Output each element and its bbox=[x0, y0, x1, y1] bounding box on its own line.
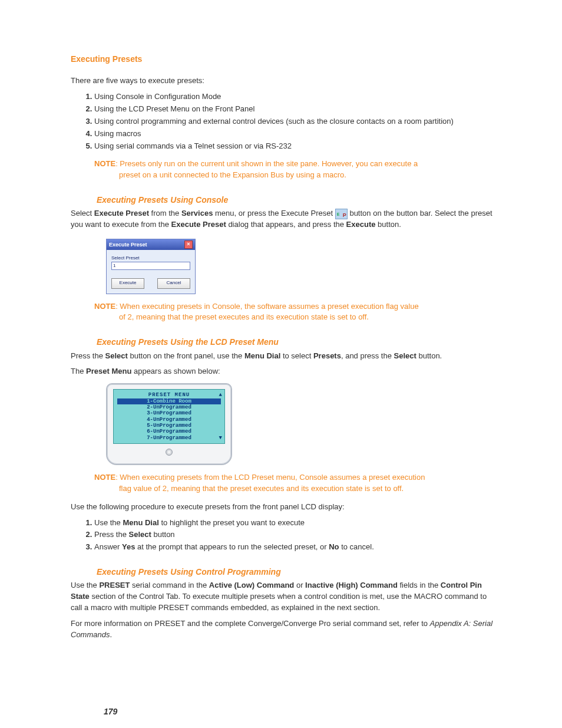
text: appears as shown below: bbox=[131, 367, 220, 375]
text: For more information on PRESET and the c… bbox=[71, 619, 430, 628]
execute-preset-icon: P bbox=[335, 209, 348, 219]
list-item: Using macros bbox=[94, 129, 495, 140]
note-text: : When executing presets in Console, the… bbox=[115, 302, 419, 311]
paragraph: Select Execute Preset from the Services … bbox=[71, 208, 495, 230]
text-bold: Select bbox=[394, 351, 416, 360]
text-bold: Menu Dial bbox=[244, 351, 280, 360]
text: Use the bbox=[94, 518, 123, 527]
lcd-screen: ▲ ▼ PRESET MENU 1-Combine Room 2-UnProgr… bbox=[113, 389, 225, 444]
text-bold: Execute Preset bbox=[171, 220, 226, 229]
note-block: NOTE: When executing presets from the LC… bbox=[94, 472, 495, 495]
note-label: NOTE bbox=[94, 302, 115, 311]
text: serial command in the bbox=[130, 581, 209, 589]
text-bold: Select bbox=[129, 530, 151, 539]
text: . bbox=[110, 630, 112, 639]
text: menu, or press the Execute Preset bbox=[213, 209, 335, 218]
paragraph: For more information on PRESET and the c… bbox=[71, 618, 495, 641]
text: Select bbox=[71, 209, 94, 218]
text: button. bbox=[375, 220, 401, 229]
text: Use the bbox=[71, 581, 99, 589]
text: Press the bbox=[94, 530, 129, 539]
text-bold: Services bbox=[181, 209, 213, 218]
text-bold: Presets bbox=[313, 351, 341, 360]
note-label: NOTE bbox=[94, 473, 115, 482]
subsection-heading: Executing Presets Using the LCD Preset M… bbox=[97, 336, 495, 348]
list-item: Using the LCD Preset Menu on the Front P… bbox=[94, 104, 495, 115]
list-item: Using control programming and external c… bbox=[94, 116, 495, 127]
text-bold: Preset Menu bbox=[86, 367, 131, 375]
execute-preset-dialog: Execute Preset × Select Preset 1 Execute… bbox=[106, 239, 196, 294]
intro-text: There are five ways to execute presets: bbox=[71, 75, 495, 87]
text: Answer bbox=[94, 542, 122, 551]
lcd-device: ▲ ▼ PRESET MENU 1-Combine Room 2-UnProgr… bbox=[106, 383, 232, 465]
preset-select[interactable]: 1 bbox=[111, 262, 190, 270]
note-text: flag value of 2, meaning that the preset… bbox=[94, 483, 477, 495]
note-label: NOTE bbox=[94, 159, 115, 168]
text: button on the front panel, use the bbox=[128, 351, 244, 360]
text: section of the Control Tab. To execute m… bbox=[71, 592, 487, 612]
list-item: Answer Yes at the prompt that appears to… bbox=[94, 542, 495, 553]
page-number: 179 bbox=[104, 706, 495, 717]
list-item: Using serial commands via a Telnet sessi… bbox=[94, 141, 495, 152]
text: at the prompt that appears to run the se… bbox=[135, 542, 329, 551]
down-arrow-icon: ▼ bbox=[219, 435, 222, 441]
text: button bbox=[151, 530, 175, 539]
text-bold: Execute bbox=[346, 220, 376, 229]
text-bold: Select bbox=[105, 351, 128, 360]
text: to highlight the preset you want to exec… bbox=[159, 518, 305, 527]
text: , and press the bbox=[341, 351, 394, 360]
dialog-title: Execute Preset bbox=[109, 241, 147, 249]
note-block: NOTE: Presets only run on the current un… bbox=[94, 159, 495, 181]
text: fields in the bbox=[398, 581, 441, 589]
list-item: Press the Select button bbox=[94, 529, 495, 541]
text-bold: Yes bbox=[122, 542, 135, 551]
text-bold: PRESET bbox=[99, 581, 130, 589]
text: to cancel. bbox=[339, 542, 374, 551]
subsection-heading: Executing Presets Using Console bbox=[97, 194, 495, 206]
lcd-menu-title: PRESET MENU bbox=[117, 392, 221, 398]
text: or bbox=[294, 581, 305, 589]
procedure-intro: Use the following procedure to execute p… bbox=[71, 502, 495, 513]
select-preset-label: Select Preset bbox=[111, 255, 190, 262]
text-bold: Menu Dial bbox=[123, 518, 158, 527]
list-item: Use the Menu Dial to highlight the prese… bbox=[94, 518, 495, 529]
lcd-item: 7-UnProgrammed bbox=[117, 435, 221, 441]
procedure-list: Use the Menu Dial to highlight the prese… bbox=[82, 518, 495, 554]
text-bold: Execute Preset bbox=[94, 209, 149, 218]
text: button. bbox=[416, 351, 442, 360]
text: from the bbox=[149, 209, 181, 218]
lcd-knob-icon bbox=[166, 449, 173, 456]
text-bold: Inactive (High) Command bbox=[305, 581, 398, 589]
note-text: : Presets only run on the current unit s… bbox=[115, 159, 418, 168]
text-bold: No bbox=[329, 542, 339, 551]
note-text: of 2, meaning that the preset executes a… bbox=[94, 312, 477, 323]
execute-button[interactable]: Execute bbox=[111, 278, 144, 289]
cancel-button[interactable]: Cancel bbox=[157, 278, 190, 289]
lcd-item-selected: 1-Combine Room bbox=[117, 398, 221, 404]
text: The bbox=[71, 367, 86, 375]
ways-list: Using Console in Configuration Mode Usin… bbox=[82, 91, 495, 151]
text: Press the bbox=[71, 351, 105, 360]
note-text: : When executing presets from the LCD Pr… bbox=[115, 473, 425, 482]
subsection-heading: Executing Presets Using Control Programm… bbox=[97, 566, 495, 578]
lcd-item: 5-UnProgrammed bbox=[117, 423, 221, 429]
paragraph: Press the Select button on the front pan… bbox=[71, 351, 495, 362]
lcd-item: 3-UnProgrammed bbox=[117, 410, 221, 416]
list-item: Using Console in Configuration Mode bbox=[94, 91, 495, 103]
note-block: NOTE: When executing presets in Console,… bbox=[94, 301, 495, 324]
note-text: preset on a unit connected to the Expans… bbox=[94, 170, 477, 181]
text: dialog that appears, and press the bbox=[226, 220, 346, 229]
lcd-item: 6-UnProgrammed bbox=[117, 429, 221, 434]
lcd-item: 4-UnProgrammed bbox=[117, 417, 221, 423]
paragraph: The Preset Menu appears as shown below: bbox=[71, 366, 495, 377]
section-heading: Executing Presets bbox=[71, 53, 495, 65]
up-arrow-icon: ▲ bbox=[219, 392, 222, 398]
text: to select bbox=[280, 351, 313, 360]
paragraph: Use the PRESET serial command in the Act… bbox=[71, 580, 495, 614]
lcd-item: 2-UnProgrammed bbox=[117, 404, 221, 410]
text-bold: Active (Low) Command bbox=[209, 581, 294, 589]
close-icon[interactable]: × bbox=[184, 241, 193, 249]
